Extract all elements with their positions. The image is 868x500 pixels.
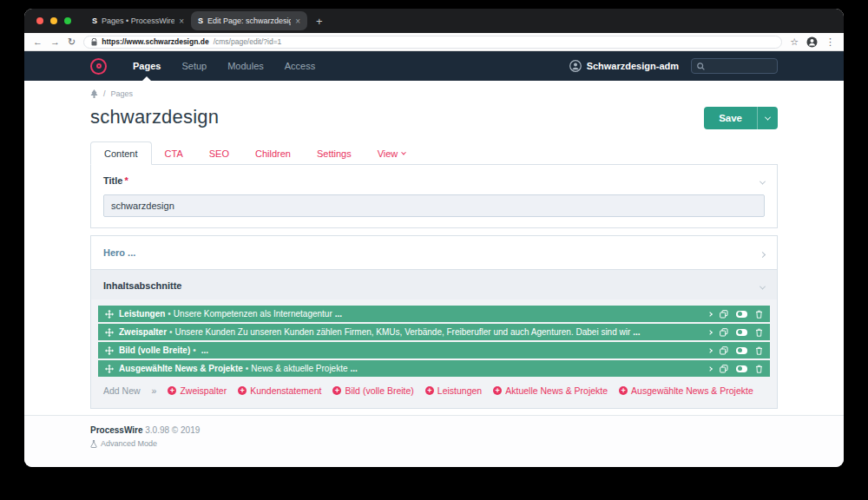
collapse-toggle[interactable] xyxy=(760,173,765,188)
add-option-label: Zweispalter xyxy=(180,385,227,396)
trash-icon[interactable] xyxy=(755,346,763,355)
open-item-icon[interactable] xyxy=(707,312,713,317)
ellipsis: ... xyxy=(201,345,208,355)
open-item-icon[interactable] xyxy=(707,330,713,335)
repeater-item-text: Zweispalter•Unsere Kunden Zu unseren Kun… xyxy=(119,327,703,337)
repeater-item-name: Leistungen xyxy=(119,309,165,319)
tab-children[interactable]: Children xyxy=(242,141,304,164)
plus-circle-icon: + xyxy=(168,386,176,395)
field-hero-label: Hero ... xyxy=(103,247,135,258)
repeater-item-text: Leistungen•Unsere Kompetenzen als Intern… xyxy=(119,309,703,319)
field-title: Title* xyxy=(90,164,778,228)
repeater-item[interactable]: Bild (volle Breite)•... xyxy=(98,342,770,359)
bullet-separator: • xyxy=(168,309,171,319)
open-item-icon[interactable] xyxy=(707,348,713,353)
repeater-item-actions xyxy=(708,310,763,319)
add-option-kundenstatement[interactable]: +Kundenstatement xyxy=(238,385,321,396)
trash-icon[interactable] xyxy=(755,365,763,373)
clone-icon[interactable] xyxy=(720,328,728,337)
bookmark-star-icon[interactable]: ☆ xyxy=(790,37,799,47)
chevron-down-icon xyxy=(765,114,771,120)
add-option-label: Kundenstatement xyxy=(250,385,321,396)
close-tab-icon[interactable]: × xyxy=(179,16,184,26)
clone-icon[interactable] xyxy=(720,310,728,319)
browser-menu-icon[interactable]: ⋮ xyxy=(825,37,835,47)
forward-icon[interactable]: → xyxy=(50,37,60,47)
nav-item-modules[interactable]: Modules xyxy=(217,51,274,81)
favicon: S xyxy=(92,16,97,25)
repeater-item-summary: News & aktuelle Projekte xyxy=(251,364,347,373)
field-hero[interactable]: Hero ... xyxy=(91,236,777,269)
trash-icon[interactable] xyxy=(755,328,763,337)
new-tab-button[interactable]: + xyxy=(316,15,323,28)
collapse-toggle[interactable] xyxy=(760,278,765,293)
toggle-on-icon[interactable] xyxy=(736,329,747,336)
repeater-item-name: Zweispalter xyxy=(119,327,167,337)
save-button-label[interactable]: Save xyxy=(704,107,757,129)
admin-content: / Pages schwarzdesign Save Content CTA S… xyxy=(24,81,844,415)
reload-icon[interactable]: ↻ xyxy=(68,37,76,47)
nav-item-pages[interactable]: Pages xyxy=(122,51,171,81)
url-bar[interactable]: https://www.schwarzdesign.de/cms/page/ed… xyxy=(83,36,782,49)
browser-tab-active[interactable]: S Edit Page: schwarzdesign • sch × xyxy=(191,11,307,30)
tab-content[interactable]: Content xyxy=(90,141,152,165)
browser-toolbar: ← → ↻ https://www.schwarzdesign.de/cms/p… xyxy=(24,33,844,51)
browser-tab-inactive[interactable]: S Pages • ProcessWire • schwarz × xyxy=(85,11,191,30)
admin-search-input[interactable] xyxy=(708,62,769,70)
tab-cta[interactable]: CTA xyxy=(152,141,196,164)
url-path: /cms/page/edit/?id=1 xyxy=(214,37,282,46)
close-tab-icon[interactable]: × xyxy=(295,16,300,26)
close-window-button[interactable] xyxy=(36,17,43,24)
zoom-window-button[interactable] xyxy=(64,17,71,24)
toggle-on-icon[interactable] xyxy=(736,311,747,318)
repeater-item-name: Ausgewählte News & Projekte xyxy=(119,364,243,373)
move-handle-icon[interactable] xyxy=(105,365,114,373)
repeater-item[interactable]: Ausgewählte News & Projekte•News & aktue… xyxy=(98,360,770,377)
move-handle-icon[interactable] xyxy=(105,346,114,355)
user-name: Schwarzdesign-adm xyxy=(587,61,679,71)
repeater-item-summary: Unsere Kunden Zu unseren Kunden zählen F… xyxy=(175,327,631,337)
move-handle-icon[interactable] xyxy=(105,328,114,337)
field-sections-header[interactable]: Inhaltsabschnitte xyxy=(91,269,777,299)
ellipsis: ... xyxy=(351,364,358,373)
tab-settings[interactable]: Settings xyxy=(304,141,365,164)
clone-icon[interactable] xyxy=(720,346,728,355)
save-button-top[interactable]: Save xyxy=(704,107,778,129)
clone-icon[interactable] xyxy=(720,365,728,373)
repeater-item[interactable]: Zweispalter•Unsere Kunden Zu unseren Kun… xyxy=(98,324,770,340)
repeater-item[interactable]: Leistungen•Unsere Kompetenzen als Intern… xyxy=(98,306,770,322)
title-label-text: Title xyxy=(103,175,122,186)
nav-item-setup[interactable]: Setup xyxy=(171,51,217,81)
title-input[interactable] xyxy=(103,194,765,217)
toggle-on-icon[interactable] xyxy=(736,347,747,354)
advanced-mode-label[interactable]: Advanced Mode xyxy=(101,439,157,448)
breadcrumb-separator: / xyxy=(103,89,106,98)
open-item-icon[interactable] xyxy=(707,366,713,372)
profile-avatar-icon[interactable] xyxy=(806,36,818,48)
trash-icon[interactable] xyxy=(755,310,763,319)
breadcrumb-item-pages[interactable]: Pages xyxy=(111,89,134,98)
add-option-bild[interactable]: +Bild (volle Breite) xyxy=(332,385,413,396)
nav-item-access[interactable]: Access xyxy=(274,51,326,81)
back-icon[interactable]: ← xyxy=(33,37,43,47)
search-icon xyxy=(697,62,705,70)
save-dropdown-button[interactable] xyxy=(757,107,778,129)
toggle-on-icon[interactable] xyxy=(736,365,747,372)
tree-icon[interactable] xyxy=(90,89,98,98)
admin-search[interactable] xyxy=(691,58,778,74)
add-option-leistungen[interactable]: +Leistungen xyxy=(425,385,482,396)
field-title-header[interactable]: Title* xyxy=(91,165,777,194)
add-option-label: Leistungen xyxy=(437,385,482,396)
move-handle-icon[interactable] xyxy=(105,310,114,319)
tab-seo[interactable]: SEO xyxy=(196,141,242,164)
minimize-window-button[interactable] xyxy=(50,17,57,24)
add-option-aktuelle-news[interactable]: +Aktuelle News & Projekte xyxy=(493,385,608,396)
footer-version: 3.0.98 © 2019 xyxy=(145,425,200,435)
expand-toggle[interactable] xyxy=(760,245,765,260)
user-menu[interactable]: Schwarzdesign-adm xyxy=(569,60,679,72)
add-option-zweispalter[interactable]: +Zweispalter xyxy=(168,385,227,396)
add-option-ausgewaehlte-news[interactable]: +Ausgewählte News & Projekte xyxy=(619,385,753,396)
tab-view[interactable]: View xyxy=(365,141,419,164)
processwire-logo-icon[interactable] xyxy=(90,58,107,75)
add-new-row: Add New » +Zweispalter +Kundenstatement … xyxy=(98,378,770,406)
